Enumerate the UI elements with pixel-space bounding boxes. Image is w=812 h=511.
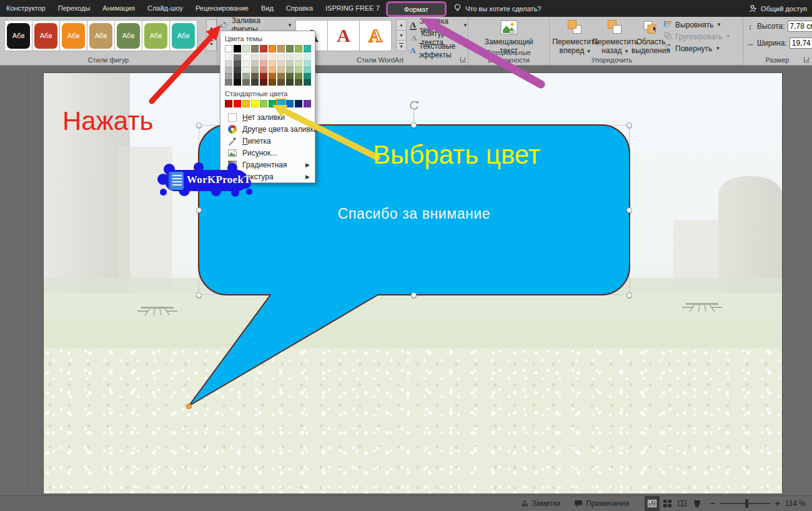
bubble-text[interactable]: Спасибо за внимание xyxy=(199,206,630,222)
color-swatch[interactable] xyxy=(234,61,241,67)
ribbon-tab[interactable]: ISPRING FREE 7 xyxy=(319,0,386,17)
color-swatch[interactable] xyxy=(251,54,259,61)
reading-view-button[interactable] xyxy=(675,496,690,511)
fill-menu-item[interactable]: Другие цвета заливки... xyxy=(225,123,310,135)
zoom-in-button[interactable]: + xyxy=(775,499,780,509)
color-swatch[interactable] xyxy=(260,54,267,61)
color-swatch[interactable] xyxy=(286,61,294,67)
color-swatch[interactable] xyxy=(295,73,302,79)
color-swatch[interactable] xyxy=(251,73,259,79)
color-swatch[interactable] xyxy=(269,45,276,52)
ribbon-tab[interactable]: Справка xyxy=(280,0,319,17)
color-swatch[interactable] xyxy=(251,45,259,52)
color-swatch[interactable] xyxy=(286,73,294,79)
color-swatch[interactable] xyxy=(295,67,302,73)
shape-style-option[interactable]: Абв xyxy=(169,20,197,51)
color-swatch[interactable] xyxy=(295,45,302,52)
text-effects-button[interactable]: АТекстовые эффекты xyxy=(410,44,468,56)
color-swatch[interactable] xyxy=(277,45,285,52)
color-swatch[interactable] xyxy=(277,100,285,107)
color-swatch[interactable] xyxy=(234,67,241,73)
resize-handle-s[interactable] xyxy=(411,292,417,298)
color-swatch[interactable] xyxy=(251,100,259,107)
color-swatch[interactable] xyxy=(234,79,241,86)
color-swatch[interactable] xyxy=(234,45,241,52)
wordart-dialog-launcher[interactable] xyxy=(460,57,466,62)
resize-handle-sw[interactable] xyxy=(196,292,202,298)
shape-style-option[interactable]: Абв xyxy=(142,20,170,51)
slide-sorter-view-button[interactable] xyxy=(660,496,675,511)
color-swatch[interactable] xyxy=(304,61,311,67)
shape-style-option[interactable]: Абв xyxy=(114,20,142,51)
fill-menu-item[interactable]: Рисунок... xyxy=(225,147,310,159)
wordart-gallery-up-button[interactable]: ▲ xyxy=(396,19,407,31)
color-swatch[interactable] xyxy=(277,67,285,73)
resize-handle-w[interactable] xyxy=(196,207,202,213)
shape-style-option[interactable]: Абв xyxy=(59,20,87,51)
resize-handle-ne[interactable] xyxy=(626,122,632,128)
color-swatch[interactable] xyxy=(295,100,302,107)
color-swatch[interactable] xyxy=(260,79,267,86)
gallery-more-button[interactable]: ▼ xyxy=(206,35,217,51)
color-swatch[interactable] xyxy=(242,100,250,107)
color-swatch[interactable] xyxy=(225,100,232,107)
share-button[interactable]: Общий доступ xyxy=(749,0,807,17)
zoom-out-button[interactable]: − xyxy=(710,499,715,509)
wordart-style-option[interactable]: А xyxy=(327,20,360,51)
shape-style-option[interactable]: Абв xyxy=(4,20,32,51)
color-swatch[interactable] xyxy=(225,79,232,86)
color-swatch[interactable] xyxy=(225,73,232,79)
width-input[interactable] xyxy=(790,38,812,48)
shape-adjust-handle[interactable] xyxy=(186,404,192,409)
color-swatch[interactable] xyxy=(242,45,250,52)
color-swatch[interactable] xyxy=(304,73,311,79)
shape-style-option[interactable]: Абв xyxy=(32,20,60,51)
wordart-gallery-down-button[interactable]: ▼ xyxy=(396,30,407,41)
color-swatch[interactable] xyxy=(260,73,267,79)
rotate-handle[interactable] xyxy=(408,99,420,111)
color-swatch[interactable] xyxy=(277,79,285,86)
color-swatch[interactable] xyxy=(286,100,294,107)
color-swatch[interactable] xyxy=(242,61,250,67)
color-swatch[interactable] xyxy=(225,54,232,61)
tell-me-box[interactable]: Что вы хотите сделать? xyxy=(454,4,542,13)
color-swatch[interactable] xyxy=(260,100,267,107)
color-swatch[interactable] xyxy=(304,45,311,52)
fill-menu-item[interactable]: Нет заливки xyxy=(225,111,310,123)
fill-menu-item[interactable]: Пипетка xyxy=(225,135,310,147)
wordart-style-option[interactable]: А xyxy=(359,20,392,51)
color-swatch[interactable] xyxy=(269,79,276,86)
ribbon-tab[interactable]: Формат xyxy=(386,1,447,17)
shape-style-option[interactable]: Абв xyxy=(87,20,115,51)
resize-handle-n[interactable] xyxy=(411,122,417,128)
color-swatch[interactable] xyxy=(269,54,276,61)
speech-bubble-shape[interactable] xyxy=(44,73,782,494)
zoom-slider[interactable] xyxy=(720,503,770,504)
color-swatch[interactable] xyxy=(234,54,241,61)
color-swatch[interactable] xyxy=(251,67,259,73)
height-input[interactable] xyxy=(788,21,812,31)
color-swatch[interactable] xyxy=(242,73,250,79)
color-swatch[interactable] xyxy=(260,45,267,52)
color-swatch[interactable] xyxy=(234,73,241,79)
align-button[interactable]: Выровнять▼ xyxy=(663,19,742,31)
zoom-slider-thumb[interactable] xyxy=(745,499,748,508)
gallery-up-button[interactable]: ▲ xyxy=(206,19,217,36)
ribbon-tab[interactable]: Переходы xyxy=(52,0,97,17)
color-swatch[interactable] xyxy=(295,54,302,61)
shape-fill-button[interactable]: Заливка фигуры ▼ xyxy=(220,19,292,31)
color-swatch[interactable] xyxy=(286,79,294,86)
slide-canvas[interactable]: Спасибо за внимание xyxy=(44,73,782,494)
ribbon-tab[interactable]: Вид xyxy=(255,0,280,17)
color-swatch[interactable] xyxy=(277,73,285,79)
color-swatch[interactable] xyxy=(286,67,294,73)
color-swatch[interactable] xyxy=(277,61,285,67)
color-swatch[interactable] xyxy=(269,61,276,67)
ribbon-tab[interactable]: Рецензирование xyxy=(189,0,255,17)
color-swatch[interactable] xyxy=(251,79,259,86)
color-swatch[interactable] xyxy=(269,100,276,107)
color-swatch[interactable] xyxy=(286,54,294,61)
comments-button[interactable]: Примечания xyxy=(567,496,636,511)
ribbon-tab[interactable]: Анимация xyxy=(96,0,141,17)
ribbon-tab[interactable]: Конструктор xyxy=(0,0,52,17)
